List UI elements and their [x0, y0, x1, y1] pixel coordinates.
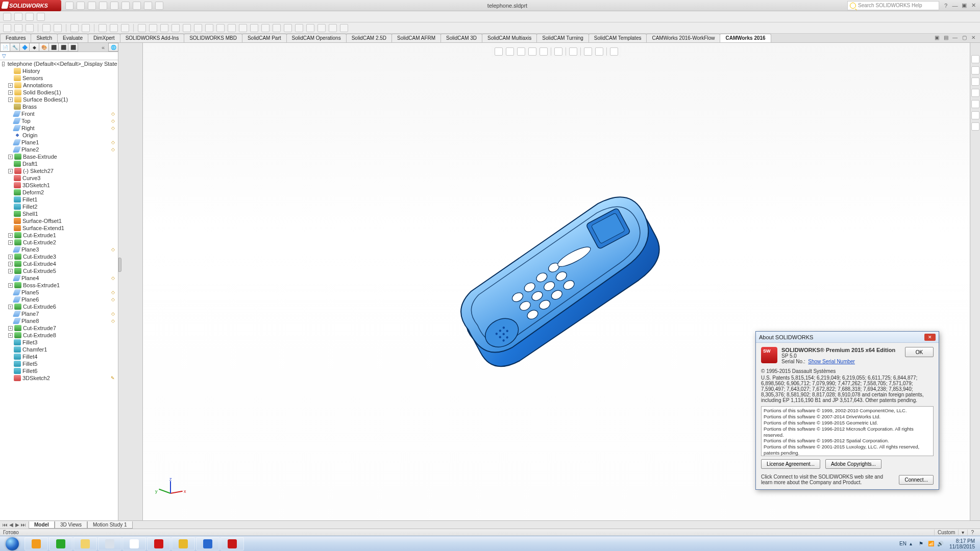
tree-item[interactable]: Draft1 — [0, 160, 118, 167]
tb-icon-2[interactable] — [149, 24, 157, 32]
taskbar-opera[interactable] — [147, 537, 170, 550]
orientation-icon[interactable] — [54, 24, 62, 32]
close-icon[interactable]: ✕ — [970, 2, 977, 9]
tb-icon-7[interactable] — [205, 24, 213, 32]
adobe-copyrights-button[interactable]: Adobe Copyrights... — [825, 459, 881, 469]
grid-icon[interactable] — [37, 13, 45, 21]
collapse-tree-icon[interactable]: « — [99, 43, 107, 52]
clock[interactable]: 8:17 PM 11/18/2015 — [946, 538, 978, 549]
minimize-icon[interactable]: — — [951, 2, 959, 9]
cmdtab-dimxpert[interactable]: DimXpert — [88, 34, 120, 42]
license-agreement-button[interactable]: License Agreement... — [761, 459, 820, 469]
cmdtab-sketch[interactable]: Sketch — [31, 34, 58, 42]
doc-close-icon[interactable]: ✕ — [970, 35, 977, 42]
tb-icon-9[interactable] — [228, 24, 236, 32]
tree-item[interactable]: +Cut-Extrude8 — [0, 332, 118, 339]
splitter-grip-icon[interactable] — [118, 258, 121, 272]
status-help-icon[interactable]: ? — [967, 530, 977, 535]
splitter-bar[interactable] — [118, 43, 143, 520]
doctab-model[interactable]: Model — [29, 521, 55, 529]
view-settings-icon[interactable] — [121, 24, 129, 32]
tree-item[interactable]: +Cut-Extrude5 — [0, 267, 118, 274]
taskbar-chrome[interactable] — [122, 537, 146, 550]
cmdtab-solidcam-operations[interactable]: SolidCAM Operations — [286, 34, 347, 42]
dialog-close-icon[interactable]: ✕ — [924, 334, 936, 341]
tb-icon-16[interactable] — [306, 24, 314, 32]
tree-item[interactable]: Fillet4 — [0, 353, 118, 360]
zoom-area-icon[interactable] — [14, 24, 22, 32]
hud-display-style-icon[interactable] — [554, 47, 562, 56]
cmdtab-solidcam-afrm[interactable]: SolidCAM AFRM — [391, 34, 441, 42]
tray-overflow-icon[interactable]: ▴ — [910, 541, 916, 547]
section-icon[interactable] — [42, 24, 51, 32]
cmdtab-camworks-2016-workflow[interactable]: CAMWorks 2016-WorkFlow — [646, 34, 720, 42]
tree-item[interactable]: Chamfer1 — [0, 346, 118, 353]
tb-icon-12[interactable] — [261, 24, 270, 32]
tray-network-icon[interactable]: 📶 — [928, 541, 934, 547]
dialog-titlebar[interactable]: About SOLIDWORKS ✕ — [756, 332, 939, 343]
dimxpert-tab[interactable]: ◆ — [29, 43, 39, 52]
cmdtab-solidcam-part[interactable]: SolidCAM Part — [242, 34, 287, 42]
doc-min-icon[interactable]: — — [951, 35, 959, 42]
cmdtab-solidcam-templates[interactable]: SolidCAM Templates — [589, 34, 647, 42]
tb-icon-4[interactable] — [172, 24, 180, 32]
tree-item[interactable]: Plane7◇ — [0, 310, 118, 317]
tree-item[interactable]: Deform2 — [0, 189, 118, 196]
cmdtab-evaluate[interactable]: Evaluate — [57, 34, 88, 42]
tree-item[interactable]: +Cut-Extrude2 — [0, 239, 118, 246]
tb-icon-10[interactable] — [239, 24, 247, 32]
tree-item[interactable]: -telephone (Default<<Default>_Display St… — [0, 60, 118, 67]
tree-item[interactable]: Fillet2 — [0, 203, 118, 210]
doctab-motion-study-1[interactable]: Motion Study 1 — [87, 521, 133, 529]
tab-first-icon[interactable]: ⏮ — [2, 522, 8, 528]
license-textbox[interactable]: Portions of this software © 1999, 2002-2… — [761, 406, 934, 456]
tree-item[interactable]: +Cut-Extrude1 — [0, 232, 118, 239]
save-icon[interactable] — [88, 2, 96, 10]
zoom-fit-icon[interactable] — [3, 24, 11, 32]
tree-item[interactable]: History — [0, 67, 118, 74]
link-icon[interactable] — [14, 13, 22, 21]
cam-tab-3[interactable]: ⬛ — [68, 43, 78, 52]
taskbar-explorer[interactable] — [74, 537, 97, 550]
taskbar-media-player[interactable] — [24, 537, 48, 550]
doctab-3d-views[interactable]: 3D Views — [55, 521, 87, 529]
search-input[interactable]: Search SOLIDWORKS Help — [847, 1, 939, 10]
tree-item[interactable]: Surface-Offset1 — [0, 217, 118, 224]
hud-zoom-fit-icon[interactable] — [495, 47, 503, 56]
tray-volume-icon[interactable]: 🔊 — [937, 541, 943, 547]
cmdtab-solidcam-3d[interactable]: SolidCAM 3D — [440, 34, 482, 42]
hud-view-settings-icon[interactable] — [610, 47, 618, 56]
restore-icon[interactable]: ▣ — [961, 2, 968, 9]
edit-app-icon[interactable] — [99, 24, 107, 32]
tab-prev-icon[interactable]: ◀ — [8, 522, 14, 528]
display-tab[interactable]: 🎨 — [39, 43, 49, 52]
taskpane-view-palette-icon[interactable] — [971, 89, 979, 97]
hud-orientation-icon[interactable] — [540, 47, 548, 56]
help-icon[interactable]: ? — [942, 2, 949, 9]
tb-icon-6[interactable] — [194, 24, 202, 32]
arrange-icon[interactable] — [3, 13, 11, 21]
cmdtab-solidcam-turning[interactable]: SolidCAM Turning — [536, 34, 589, 42]
cmdtab-features[interactable]: Features — [0, 34, 31, 42]
graphics-viewport[interactable]: x y z About SOLIDWORKS ✕ SOLIDWORKS® Pre… — [143, 43, 970, 520]
taskbar-app-yellow[interactable] — [172, 537, 195, 550]
cmdtab-solidcam-2-5d[interactable]: SolidCAM 2.5D — [346, 34, 392, 42]
tree-item[interactable]: Fillet3 — [0, 339, 118, 346]
start-button[interactable] — [0, 536, 24, 552]
tree-item[interactable]: +Cut-Extrude3 — [0, 253, 118, 260]
lang-indicator[interactable]: EN — [899, 541, 906, 546]
tree-item[interactable]: Front◇ — [0, 110, 118, 117]
tb-icon-14[interactable] — [284, 24, 292, 32]
tree-item[interactable]: +Boss-Extrude1 — [0, 282, 118, 289]
tree-item[interactable]: +Surface Bodies(1) — [0, 96, 118, 103]
tab-next-icon[interactable]: ▶ — [14, 522, 20, 528]
new-icon[interactable] — [65, 2, 74, 10]
tb-icon-17[interactable] — [317, 24, 326, 32]
tab-last-icon[interactable]: ⏭ — [20, 522, 27, 528]
tree-item[interactable]: 3DSketch1 — [0, 182, 118, 189]
tb-icon-3[interactable] — [160, 24, 168, 32]
print-icon[interactable] — [99, 2, 107, 10]
tb-icon-19[interactable] — [340, 24, 348, 32]
tree-item[interactable]: Surface-Extend1 — [0, 224, 118, 232]
taskbar-teamviewer[interactable] — [196, 537, 219, 550]
